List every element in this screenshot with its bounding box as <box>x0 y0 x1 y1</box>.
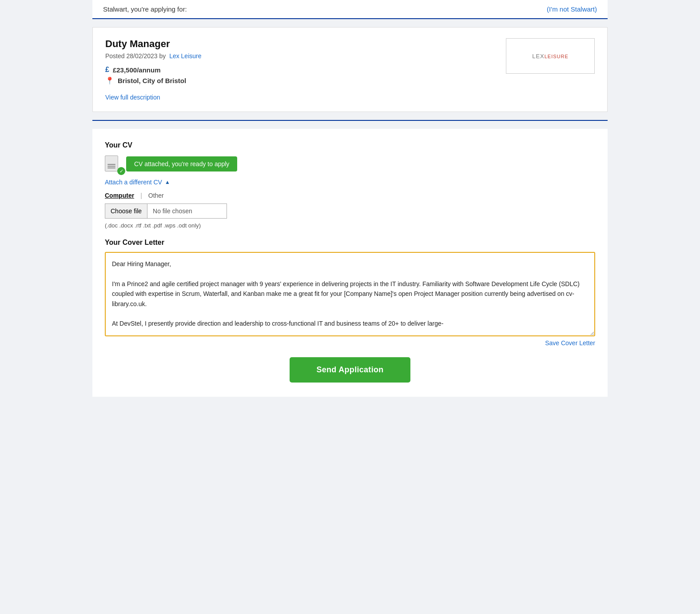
cv-doc-line <box>107 167 115 168</box>
section-divider <box>92 120 608 121</box>
cv-check-badge: ✓ <box>117 167 125 175</box>
job-posted: Posted 28/02/2023 by Lex Leisure <box>105 52 202 60</box>
cv-doc-icon <box>105 155 118 171</box>
form-area: Your CV ✓ CV attached, you're ready to a… <box>92 129 608 397</box>
company-logo: LEXLEISURE <box>532 53 569 60</box>
cv-attached-button[interactable]: CV attached, you're ready to apply <box>126 156 237 171</box>
choose-file-button[interactable]: Choose file <box>105 203 147 219</box>
job-info: Duty Manager Posted 28/02/2023 by Lex Le… <box>105 38 202 101</box>
source-tab-other[interactable]: Other <box>148 192 164 199</box>
top-bar: Stalwart, you're applying for: (I'm not … <box>92 0 608 19</box>
location-icon: 📍 <box>105 76 114 85</box>
view-description-link[interactable]: View full description <box>105 94 160 101</box>
cover-letter-footer: Save Cover Letter <box>105 339 595 347</box>
cv-doc-lines <box>107 164 115 169</box>
cv-ready-row: ✓ CV attached, you're ready to apply <box>105 155 595 172</box>
send-btn-row: Send Application <box>105 357 595 383</box>
send-application-button[interactable]: Send Application <box>290 357 410 383</box>
attach-different-cv-link[interactable]: Attach a different CV ▲ <box>105 179 595 186</box>
job-salary: £23,500/annum <box>113 66 161 74</box>
job-location-row: 📍 Bristol, City of Bristol <box>105 76 202 85</box>
file-input-row: Choose file No file chosen <box>105 203 595 219</box>
job-card: Duty Manager Posted 28/02/2023 by Lex Le… <box>92 27 608 112</box>
cv-section-label: Your CV <box>105 141 595 149</box>
cv-doc-line <box>107 164 115 165</box>
cover-letter-section-label: Your Cover Letter <box>105 239 595 247</box>
attach-different-label: Attach a different CV <box>105 179 162 186</box>
source-tab-computer[interactable]: Computer <box>105 192 134 199</box>
salary-icon: £ <box>105 66 109 74</box>
not-stalwart-link[interactable]: (I'm not Stalwart) <box>547 5 597 13</box>
job-title: Duty Manager <box>105 38 202 50</box>
source-tabs: Computer | Other <box>105 192 595 199</box>
source-tab-divider: | <box>140 192 142 199</box>
cover-letter-textarea[interactable] <box>105 252 595 336</box>
cv-doc-line <box>107 166 115 167</box>
company-logo-box: LEXLEISURE <box>506 38 595 74</box>
poster-name-link[interactable]: Lex Leisure <box>169 52 201 60</box>
job-salary-row: £ £23,500/annum <box>105 66 202 74</box>
job-location: Bristol, City of Bristol <box>118 77 186 84</box>
file-name-display: No file chosen <box>147 203 227 219</box>
posted-text: Posted 28/02/2023 by <box>105 52 166 60</box>
file-types-hint: (.doc .docx .rtf .txt .pdf .wps .odt onl… <box>105 222 595 229</box>
attach-different-arrow-icon: ▲ <box>165 179 170 185</box>
save-cover-letter-link[interactable]: Save Cover Letter <box>545 339 595 347</box>
cv-icon-box: ✓ <box>105 155 122 172</box>
applying-for-label: Stalwart, you're applying for: <box>103 5 187 13</box>
